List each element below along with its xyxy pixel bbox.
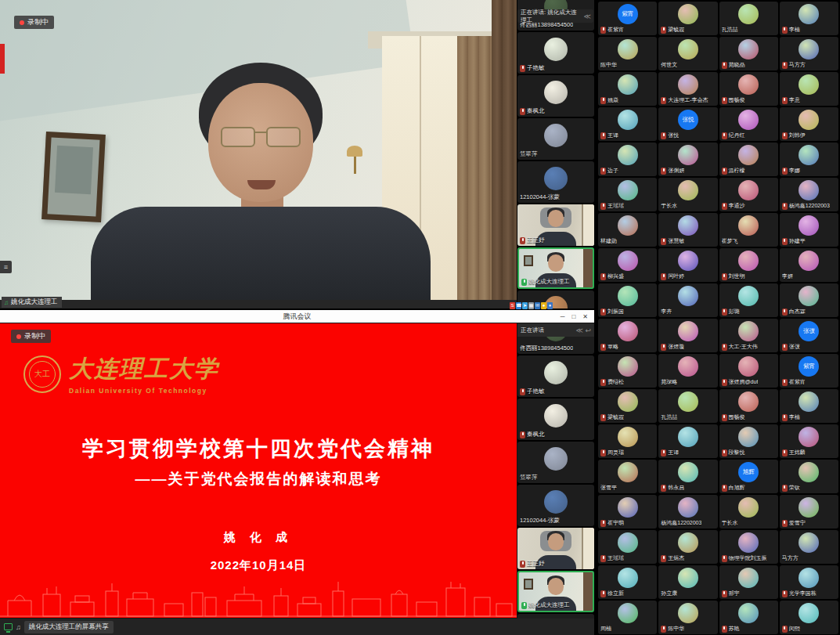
- participant-tile[interactable]: 秦枫北: [517, 399, 594, 440]
- participant-tile[interactable]: 孔浩喆: [658, 389, 717, 423]
- participant-tile[interactable]: 何世文: [658, 37, 717, 70]
- participant-tile[interactable]: 温柠檬: [719, 143, 778, 176]
- participant-tile[interactable]: 笪翠萍: [517, 442, 594, 483]
- participant-tile[interactable]: 段黎悦: [719, 424, 778, 458]
- participant-tile[interactable]: 柳兴盛: [598, 248, 657, 282]
- participant-tile[interactable]: 王炳杰: [658, 530, 717, 564]
- side-menu-icon[interactable]: ≡: [0, 261, 12, 273]
- participant-tile[interactable]: 王瑶瑶: [598, 530, 657, 564]
- participant-tile[interactable]: 邵宇: [719, 565, 778, 599]
- participant-tile[interactable]: 囤畅俊: [719, 389, 778, 423]
- participant-tile[interactable]: 紫宵 崔紫宵: [780, 354, 838, 388]
- participant-tile[interactable]: 12102044-张蒙: [517, 485, 594, 526]
- participant-tile[interactable]: 彭璐: [719, 283, 778, 317]
- participant-tile[interactable]: 苏艳: [719, 601, 778, 634]
- participant-tile[interactable]: 纪丹红: [719, 107, 778, 141]
- participant-tile[interactable]: 梁毓霞: [598, 389, 657, 423]
- participant-tile[interactable]: 崔梦飞: [719, 213, 778, 247]
- participant-tile[interactable]: 笪翠萍: [517, 118, 594, 160]
- participant-tile[interactable]: 李卉: [658, 283, 717, 317]
- participant-tile[interactable]: 紫宵 崔紫宵: [598, 2, 657, 35]
- participant-tile[interactable]: 陈中华: [598, 37, 657, 70]
- participant-tile[interactable]: 王正妤: [517, 204, 594, 246]
- tray-icon-send[interactable]: ➤: [522, 302, 528, 309]
- participant-tile[interactable]: 陈中华: [658, 601, 717, 634]
- collapse-chevrons-icon[interactable]: ≪: [584, 13, 590, 20]
- participant-tile[interactable]: 闵熙: [780, 601, 838, 634]
- participant-tile[interactable]: 荣钦: [780, 460, 838, 493]
- tray-icon-phone[interactable]: ☎: [516, 302, 521, 309]
- participant-tile[interactable]: 孙立康: [658, 565, 717, 599]
- participant-tile[interactable]: 王译: [598, 107, 657, 141]
- participant-tile[interactable]: 刘韩伊: [780, 107, 838, 141]
- participant-tile[interactable]: 刘世明: [719, 248, 778, 282]
- participant-tile[interactable]: 于长水: [658, 178, 717, 211]
- participant-tile[interactable]: 杨鸿鑫12202003: [780, 178, 838, 211]
- participant-tile[interactable]: 李楠: [780, 389, 838, 423]
- participant-tile[interactable]: 白杰霖: [780, 283, 838, 317]
- tray-icon-mail[interactable]: ✉: [535, 302, 540, 309]
- participant-tile[interactable]: 孔浩喆: [719, 2, 778, 35]
- participant-tile[interactable]: 周灵瑞: [598, 424, 657, 458]
- participant-tile[interactable]: 子艳敏: [517, 355, 594, 397]
- participant-tile[interactable]: 苑琛略: [658, 354, 717, 388]
- participant-tile[interactable]: 张悦 张悦: [658, 107, 717, 141]
- participant-tile[interactable]: 李楠: [780, 2, 838, 35]
- participant-tile[interactable]: 徐立新: [598, 565, 657, 599]
- window-titlebar[interactable]: 腾讯会议 ─ □ ✕: [0, 310, 594, 323]
- participant-tile[interactable]: 张慧敏: [658, 213, 717, 247]
- participant-tile[interactable]: 李意: [780, 72, 838, 106]
- close-button[interactable]: ✕: [582, 313, 588, 320]
- participant-tile[interactable]: 秦枫北: [517, 75, 594, 117]
- participant-tile[interactable]: 张煜腾@dut: [719, 354, 778, 388]
- participant-tile[interactable]: 李妍: [780, 248, 838, 282]
- banner-icons[interactable]: ≪ ↩: [576, 327, 591, 334]
- tray-icon-key[interactable]: ●: [541, 302, 546, 309]
- participant-tile[interactable]: 李娜: [780, 143, 838, 176]
- tray-icon-s[interactable]: S: [510, 302, 515, 309]
- tray-icon-grid[interactable]: ▦: [528, 302, 534, 309]
- participant-tile[interactable]: 囤畅俊: [719, 72, 778, 106]
- participant-tile[interactable]: 李通沙: [719, 178, 778, 211]
- participant-tile[interactable]: 姚焱: [598, 72, 657, 106]
- minimize-button[interactable]: ─: [561, 313, 565, 320]
- speaker-video[interactable]: ≡ 录制中 ♫ 姚化成大连理工: [0, 0, 517, 308]
- participant-tile[interactable]: 林建勋: [598, 213, 657, 247]
- participant-tile[interactable]: 边子: [598, 143, 657, 176]
- participant-tile[interactable]: 周楠: [598, 601, 657, 634]
- participant-tile[interactable]: 王译: [658, 424, 717, 458]
- participant-tile[interactable]: 张弢 张弢: [780, 319, 838, 352]
- participant-tile[interactable]: 韩永昌: [658, 460, 717, 493]
- participant-tile[interactable]: 马方方: [780, 37, 838, 70]
- participant-tile[interactable]: 崔宇萌: [598, 495, 657, 529]
- participant-tile[interactable]: 物理学院刘玉振: [719, 530, 778, 564]
- participant-tile[interactable]: 王瑶瑶: [598, 178, 657, 211]
- tray-icon-tool[interactable]: ♦: [547, 302, 553, 309]
- participant-tile[interactable]: 光学李国栋: [780, 565, 838, 599]
- participant-tile[interactable]: 张俐妍: [658, 143, 717, 176]
- participant-tile[interactable]: 姚化成大连理工: [517, 247, 594, 289]
- participant-tile[interactable]: 闫叶婷: [658, 248, 717, 282]
- participant-tile[interactable]: 张煜璇: [658, 319, 717, 352]
- participant-tile[interactable]: 王炜麟: [780, 424, 838, 458]
- participant-tile[interactable]: 梁毓霞: [658, 2, 717, 35]
- participant-tile[interactable]: 孙建平: [780, 213, 838, 247]
- participant-tile[interactable]: 张雪平: [598, 460, 657, 493]
- participant-tile[interactable]: 子艳敏: [517, 32, 594, 74]
- participant-tile[interactable]: 苑晓晶: [719, 37, 778, 70]
- participant-tile[interactable]: 爱雪宁: [780, 495, 838, 529]
- participant-tile[interactable]: 费绍松: [598, 354, 657, 388]
- participant-tile[interactable]: 于长水: [719, 495, 778, 529]
- participant-tile[interactable]: 马方方: [780, 530, 838, 564]
- participant-tile[interactable]: 杨鸿鑫12202003: [658, 495, 717, 529]
- participant-tile[interactable]: 姚化成大连理工: [517, 571, 594, 612]
- participant-tile[interactable]: 旭辉 白旭辉: [719, 460, 778, 493]
- recording-dot-icon: [16, 334, 21, 339]
- maximize-button[interactable]: □: [571, 313, 575, 320]
- participant-tile[interactable]: 王正妤: [517, 528, 594, 569]
- participant-tile[interactable]: 12102044-张蒙: [517, 161, 594, 203]
- participant-tile[interactable]: 大工·王大伟: [719, 319, 778, 352]
- participant-tile[interactable]: 刘振国: [598, 283, 657, 317]
- participant-tile[interactable]: 大连理工-李会杰: [658, 72, 717, 106]
- participant-tile[interactable]: 覃略: [598, 319, 657, 352]
